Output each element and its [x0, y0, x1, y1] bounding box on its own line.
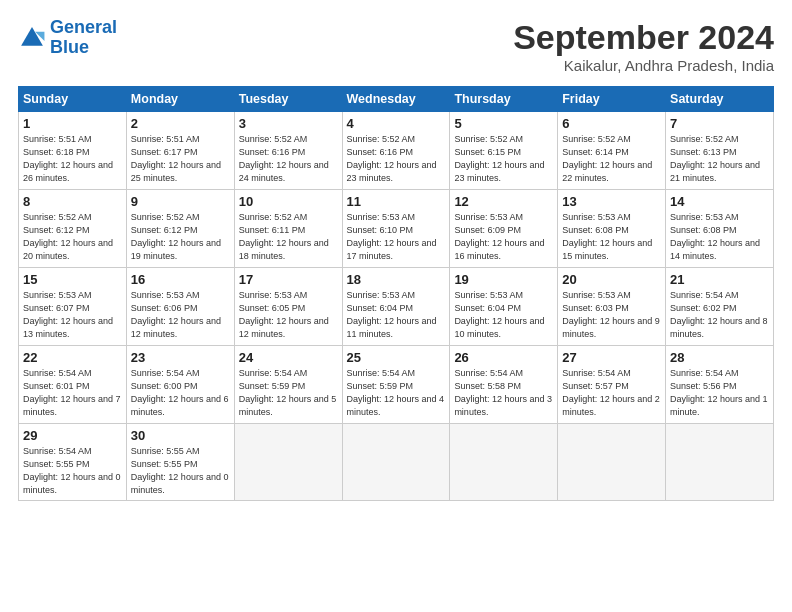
table-row: 25 Sunrise: 5:54 AMSunset: 5:59 PMDaylig…	[342, 346, 450, 424]
day-info: Sunrise: 5:54 AMSunset: 6:00 PMDaylight:…	[131, 367, 230, 419]
table-row: 15 Sunrise: 5:53 AMSunset: 6:07 PMDaylig…	[19, 268, 127, 346]
day-number: 28	[670, 350, 769, 365]
table-row: 9 Sunrise: 5:52 AMSunset: 6:12 PMDayligh…	[126, 190, 234, 268]
day-number: 27	[562, 350, 661, 365]
day-number: 13	[562, 194, 661, 209]
table-row: 23 Sunrise: 5:54 AMSunset: 6:00 PMDaylig…	[126, 346, 234, 424]
day-info: Sunrise: 5:52 AMSunset: 6:15 PMDaylight:…	[454, 133, 553, 185]
table-row: 29 Sunrise: 5:54 AMSunset: 5:55 PMDaylig…	[19, 424, 127, 501]
table-row: 19 Sunrise: 5:53 AMSunset: 6:04 PMDaylig…	[450, 268, 558, 346]
day-number: 12	[454, 194, 553, 209]
day-info: Sunrise: 5:52 AMSunset: 6:16 PMDaylight:…	[347, 133, 446, 185]
day-info: Sunrise: 5:54 AMSunset: 6:01 PMDaylight:…	[23, 367, 122, 419]
svg-marker-0	[21, 27, 43, 46]
day-info: Sunrise: 5:53 AMSunset: 6:08 PMDaylight:…	[670, 211, 769, 263]
day-number: 29	[23, 428, 122, 443]
table-row: 2 Sunrise: 5:51 AMSunset: 6:17 PMDayligh…	[126, 112, 234, 190]
table-row: 28 Sunrise: 5:54 AMSunset: 5:56 PMDaylig…	[666, 346, 774, 424]
table-row: 16 Sunrise: 5:53 AMSunset: 6:06 PMDaylig…	[126, 268, 234, 346]
day-number: 21	[670, 272, 769, 287]
table-row: 7 Sunrise: 5:52 AMSunset: 6:13 PMDayligh…	[666, 112, 774, 190]
table-row: 8 Sunrise: 5:52 AMSunset: 6:12 PMDayligh…	[19, 190, 127, 268]
table-row	[342, 424, 450, 501]
day-info: Sunrise: 5:51 AMSunset: 6:18 PMDaylight:…	[23, 133, 122, 185]
day-info: Sunrise: 5:52 AMSunset: 6:16 PMDaylight:…	[239, 133, 338, 185]
table-row: 4 Sunrise: 5:52 AMSunset: 6:16 PMDayligh…	[342, 112, 450, 190]
logo-text: General Blue	[50, 18, 117, 58]
header: General Blue September 2024 Kaikalur, An…	[18, 18, 774, 74]
table-row: 11 Sunrise: 5:53 AMSunset: 6:10 PMDaylig…	[342, 190, 450, 268]
location: Kaikalur, Andhra Pradesh, India	[513, 57, 774, 74]
weekday-header-row: Sunday Monday Tuesday Wednesday Thursday…	[19, 87, 774, 112]
header-monday: Monday	[126, 87, 234, 112]
table-row: 12 Sunrise: 5:53 AMSunset: 6:09 PMDaylig…	[450, 190, 558, 268]
day-info: Sunrise: 5:54 AMSunset: 5:58 PMDaylight:…	[454, 367, 553, 419]
table-row: 27 Sunrise: 5:54 AMSunset: 5:57 PMDaylig…	[558, 346, 666, 424]
calendar-week-row: 29 Sunrise: 5:54 AMSunset: 5:55 PMDaylig…	[19, 424, 774, 501]
day-info: Sunrise: 5:51 AMSunset: 6:17 PMDaylight:…	[131, 133, 230, 185]
day-number: 10	[239, 194, 338, 209]
table-row: 5 Sunrise: 5:52 AMSunset: 6:15 PMDayligh…	[450, 112, 558, 190]
day-number: 8	[23, 194, 122, 209]
table-row: 14 Sunrise: 5:53 AMSunset: 6:08 PMDaylig…	[666, 190, 774, 268]
calendar-week-row: 8 Sunrise: 5:52 AMSunset: 6:12 PMDayligh…	[19, 190, 774, 268]
day-number: 25	[347, 350, 446, 365]
day-number: 20	[562, 272, 661, 287]
day-info: Sunrise: 5:52 AMSunset: 6:13 PMDaylight:…	[670, 133, 769, 185]
table-row: 3 Sunrise: 5:52 AMSunset: 6:16 PMDayligh…	[234, 112, 342, 190]
day-number: 1	[23, 116, 122, 131]
logo-icon	[18, 24, 46, 52]
day-number: 6	[562, 116, 661, 131]
day-info: Sunrise: 5:54 AMSunset: 6:02 PMDaylight:…	[670, 289, 769, 341]
month-title: September 2024	[513, 18, 774, 57]
day-number: 14	[670, 194, 769, 209]
day-number: 16	[131, 272, 230, 287]
day-number: 2	[131, 116, 230, 131]
day-number: 24	[239, 350, 338, 365]
day-info: Sunrise: 5:53 AMSunset: 6:06 PMDaylight:…	[131, 289, 230, 341]
table-row: 22 Sunrise: 5:54 AMSunset: 6:01 PMDaylig…	[19, 346, 127, 424]
table-row: 24 Sunrise: 5:54 AMSunset: 5:59 PMDaylig…	[234, 346, 342, 424]
table-row: 30 Sunrise: 5:55 AMSunset: 5:55 PMDaylig…	[126, 424, 234, 501]
day-info: Sunrise: 5:54 AMSunset: 5:59 PMDaylight:…	[347, 367, 446, 419]
day-info: Sunrise: 5:53 AMSunset: 6:10 PMDaylight:…	[347, 211, 446, 263]
day-number: 26	[454, 350, 553, 365]
day-number: 3	[239, 116, 338, 131]
calendar-week-row: 15 Sunrise: 5:53 AMSunset: 6:07 PMDaylig…	[19, 268, 774, 346]
day-info: Sunrise: 5:52 AMSunset: 6:12 PMDaylight:…	[23, 211, 122, 263]
day-info: Sunrise: 5:54 AMSunset: 5:57 PMDaylight:…	[562, 367, 661, 419]
page: General Blue September 2024 Kaikalur, An…	[0, 0, 792, 612]
day-info: Sunrise: 5:53 AMSunset: 6:08 PMDaylight:…	[562, 211, 661, 263]
day-number: 4	[347, 116, 446, 131]
day-info: Sunrise: 5:52 AMSunset: 6:14 PMDaylight:…	[562, 133, 661, 185]
day-number: 9	[131, 194, 230, 209]
logo: General Blue	[18, 18, 117, 58]
table-row: 13 Sunrise: 5:53 AMSunset: 6:08 PMDaylig…	[558, 190, 666, 268]
day-info: Sunrise: 5:53 AMSunset: 6:04 PMDaylight:…	[347, 289, 446, 341]
day-info: Sunrise: 5:53 AMSunset: 6:05 PMDaylight:…	[239, 289, 338, 341]
day-number: 30	[131, 428, 230, 443]
table-row: 17 Sunrise: 5:53 AMSunset: 6:05 PMDaylig…	[234, 268, 342, 346]
day-info: Sunrise: 5:52 AMSunset: 6:11 PMDaylight:…	[239, 211, 338, 263]
table-row	[234, 424, 342, 501]
table-row	[666, 424, 774, 501]
header-friday: Friday	[558, 87, 666, 112]
header-tuesday: Tuesday	[234, 87, 342, 112]
table-row: 10 Sunrise: 5:52 AMSunset: 6:11 PMDaylig…	[234, 190, 342, 268]
day-number: 17	[239, 272, 338, 287]
day-info: Sunrise: 5:53 AMSunset: 6:03 PMDaylight:…	[562, 289, 661, 341]
table-row	[558, 424, 666, 501]
table-row	[450, 424, 558, 501]
table-row: 6 Sunrise: 5:52 AMSunset: 6:14 PMDayligh…	[558, 112, 666, 190]
calendar: Sunday Monday Tuesday Wednesday Thursday…	[18, 86, 774, 501]
day-number: 7	[670, 116, 769, 131]
day-number: 15	[23, 272, 122, 287]
calendar-week-row: 22 Sunrise: 5:54 AMSunset: 6:01 PMDaylig…	[19, 346, 774, 424]
header-sunday: Sunday	[19, 87, 127, 112]
table-row: 18 Sunrise: 5:53 AMSunset: 6:04 PMDaylig…	[342, 268, 450, 346]
day-info: Sunrise: 5:53 AMSunset: 6:09 PMDaylight:…	[454, 211, 553, 263]
day-info: Sunrise: 5:52 AMSunset: 6:12 PMDaylight:…	[131, 211, 230, 263]
header-wednesday: Wednesday	[342, 87, 450, 112]
day-info: Sunrise: 5:53 AMSunset: 6:07 PMDaylight:…	[23, 289, 122, 341]
header-thursday: Thursday	[450, 87, 558, 112]
